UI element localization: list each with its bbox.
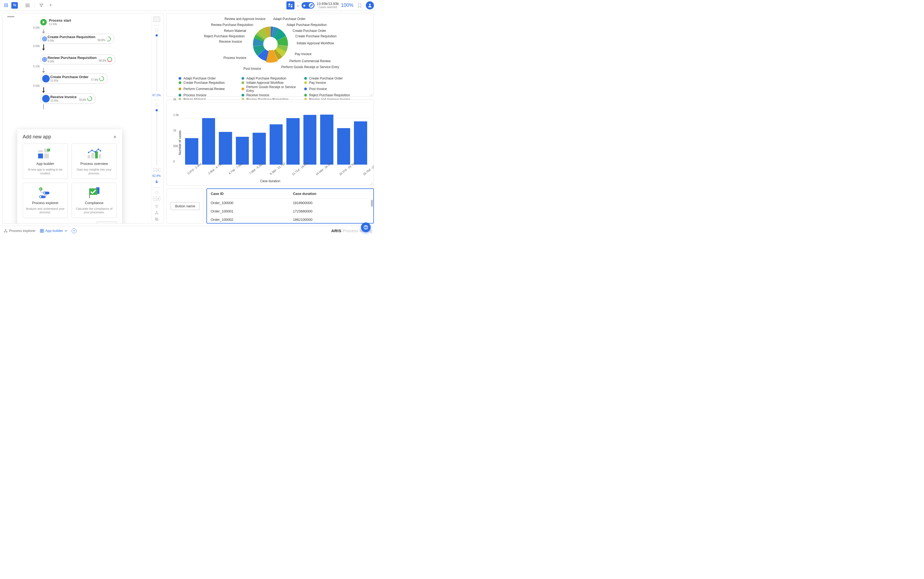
node-title: Process start: [49, 19, 71, 23]
card-process-explorer[interactable]: Process explorer Analyze and understand …: [23, 183, 68, 218]
custom-button[interactable]: Button name: [170, 202, 200, 210]
svg-rect-21: [91, 153, 94, 159]
bar[interactable]: [269, 124, 283, 165]
legend-item[interactable]: Adapt Purchase Requisition: [242, 77, 299, 80]
menu-icon[interactable]: [23, 2, 32, 10]
zoom-stepper[interactable]: −+: [153, 168, 160, 172]
cases-table-panel[interactable]: Case ID Case duration Order_100000181890…: [206, 188, 374, 224]
legend-label: Perform Commercial Review: [183, 87, 225, 91]
edit-mode-toggle[interactable]: ◉: [302, 2, 315, 9]
activities-slider[interactable]: [156, 34, 157, 92]
bar[interactable]: [354, 121, 367, 165]
legend-label: Post Invoice: [309, 87, 327, 91]
legend-item[interactable]: Perform Commercial Review: [179, 85, 236, 93]
node-count: 13.93k: [49, 23, 71, 26]
connections-slider[interactable]: [156, 109, 157, 166]
svg-point-33: [40, 196, 41, 198]
table-header[interactable]: Case ID: [207, 189, 289, 199]
bar[interactable]: [219, 132, 232, 165]
help-fab[interactable]: [361, 222, 371, 232]
bar[interactable]: [337, 128, 350, 165]
svg-rect-23: [99, 154, 101, 159]
table-header[interactable]: Case duration: [289, 189, 373, 199]
bookmark-icon[interactable]: [356, 2, 364, 10]
donut-label: Initiate Approval Workflow: [297, 41, 334, 45]
donut-label: Create Purchase Order: [292, 29, 326, 33]
arrow-down-icon[interactable]: [155, 180, 158, 184]
rail-view-icon[interactable]: [153, 16, 160, 22]
flow-node[interactable]: Review Purchase Requisition 8.08k 58.0%: [40, 55, 158, 64]
card-process-overview[interactable]: Process overview Gain key insights into …: [72, 144, 117, 179]
legend-item[interactable]: Perform Goods Receipt or Service Entry: [242, 85, 299, 93]
bar[interactable]: [185, 138, 198, 165]
layers-icon[interactable]: [155, 218, 158, 221]
zoom-stepper[interactable]: −+: [153, 197, 160, 201]
rail-end-icon[interactable]: [155, 103, 158, 107]
tab-app-builder[interactable]: App builder: [40, 229, 67, 233]
rail-end-icon[interactable]: [155, 191, 158, 194]
legend-label: Initiate Approval Workflow: [247, 81, 284, 85]
flow-node-start[interactable]: Process start 13.93k: [40, 19, 158, 26]
donut-label: Adapt Purchase Order: [273, 17, 305, 21]
legend-item[interactable]: Pay Invoice: [304, 81, 362, 85]
legend-item[interactable]: Post Invoice: [304, 85, 362, 93]
flow-node[interactable]: Create Purchase Requisition 8.08k 58.0%: [40, 34, 158, 44]
cancel-button[interactable]: Cancel: [97, 222, 117, 224]
donut-chart[interactable]: [249, 23, 292, 66]
project-badge[interactable]: TE: [11, 2, 18, 9]
card-app-builder[interactable]: + App builder A new app is waiting to be…: [23, 144, 68, 179]
card-compliance[interactable]: Compliance Calculate the compliance of y…: [72, 183, 117, 218]
collapse-icon[interactable]: [7, 16, 14, 18]
legend-item[interactable]: Receive Invoice: [242, 93, 299, 97]
hierarchy-icon[interactable]: [155, 211, 158, 214]
node-title: Create Purchase Requisition: [47, 35, 95, 39]
table-row[interactable]: Order_1000011723680000: [207, 207, 373, 216]
bar[interactable]: [236, 137, 249, 165]
legend-item[interactable]: Initiate Approval Workflow: [242, 81, 299, 85]
rail-pct-connections: 62.8%: [152, 174, 161, 177]
close-icon[interactable]: ✕: [113, 135, 117, 139]
legend-dot-icon: [304, 77, 307, 80]
legend-item[interactable]: Reject Purchase Requisition: [304, 93, 362, 97]
dashboard-icon[interactable]: [286, 2, 294, 10]
cell-case-duration: 1723680000: [289, 207, 373, 216]
node-count: 10.95k: [50, 99, 77, 103]
legend-item[interactable]: Create Purchase Requisition: [179, 81, 236, 85]
table-row[interactable]: Order_1000021862100000: [207, 216, 373, 224]
add-app-button[interactable]: +: [72, 228, 77, 233]
scrollbar-thumb[interactable]: [371, 200, 373, 207]
donut-label: Perform Goods Receipt or Service Entry: [281, 65, 339, 69]
node-dot-icon: [42, 36, 47, 41]
table-row[interactable]: Order_1000001818900000: [207, 199, 373, 207]
legend-item[interactable]: Adapt Purchase Order: [179, 77, 236, 80]
resize-handle-icon[interactable]: [370, 93, 372, 95]
bar[interactable]: [304, 115, 317, 165]
apps-grid-icon[interactable]: [2, 2, 10, 10]
flow-node[interactable]: Create Purchase Order 10.85k 77.9%: [40, 74, 158, 84]
cell-case-id: Order_100002: [207, 216, 289, 224]
flow-node[interactable]: Receive Invoice 10.95k 78.6%: [40, 93, 158, 104]
svg-point-28: [100, 150, 101, 152]
legend-item[interactable]: Create Purchase Order: [304, 77, 362, 80]
resize-handle-icon[interactable]: [370, 182, 372, 184]
settings-sliders-icon[interactable]: [155, 204, 158, 208]
bar-ytick: 500: [173, 144, 178, 147]
rail-pct-activities: 87.2%: [152, 93, 161, 97]
tab-process-explorer[interactable]: Process explorer: [4, 229, 36, 233]
bar[interactable]: [320, 114, 333, 165]
add-icon[interactable]: +: [46, 2, 55, 10]
bar-chart[interactable]: 0 500 1k 1.5k 2k: [182, 103, 370, 165]
donut-label: Create Purchase Requisition: [295, 34, 336, 38]
add-app-dialog: Add new app ✕ + App builder A new app is…: [17, 129, 122, 224]
svg-point-31: [44, 192, 45, 194]
bar[interactable]: [202, 118, 215, 165]
legend-item[interactable]: Process Invoice: [179, 93, 236, 97]
donut-label: Adapt Purchase Requisition: [287, 23, 327, 27]
view-dropdown[interactable]: [297, 4, 299, 7]
bar[interactable]: [286, 118, 300, 165]
user-avatar[interactable]: [366, 2, 374, 10]
svg-rect-58: [40, 231, 42, 232]
rail-end-icon[interactable]: [155, 29, 158, 32]
filter-icon[interactable]: [37, 2, 46, 10]
bar[interactable]: [253, 133, 266, 165]
